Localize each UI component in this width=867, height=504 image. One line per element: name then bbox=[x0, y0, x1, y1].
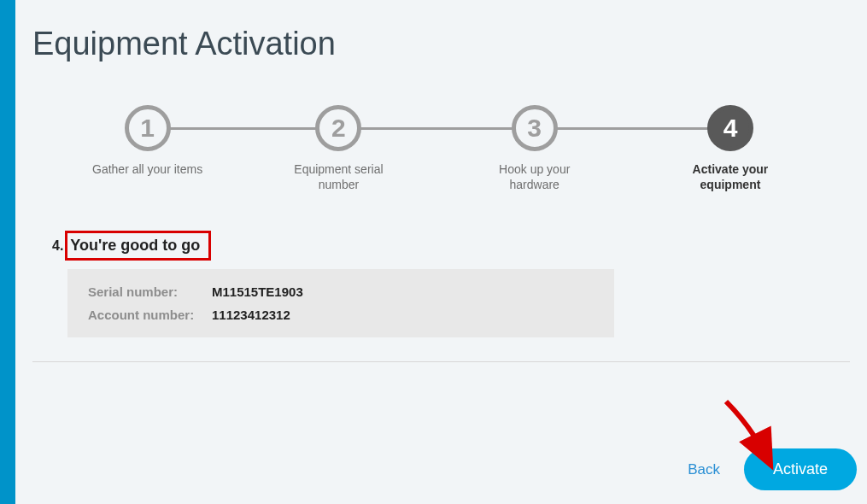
accent-bar bbox=[0, 0, 15, 504]
summary-box: Serial number: M11515TE1903 Account numb… bbox=[67, 269, 614, 337]
activate-button[interactable]: Activate bbox=[744, 448, 857, 490]
serial-value: M11515TE1903 bbox=[212, 284, 303, 299]
serial-row: Serial number: M11515TE1903 bbox=[88, 284, 594, 299]
step-4-label: Activate your equipment bbox=[671, 161, 790, 192]
step-4: 4 Activate your equipment bbox=[671, 105, 790, 192]
step-1-circle: 1 bbox=[125, 105, 171, 151]
back-link[interactable]: Back bbox=[688, 461, 720, 478]
step-indicator: 1 Gather all your items 2 Equipment seri… bbox=[32, 105, 850, 192]
account-value: 11123412312 bbox=[212, 308, 290, 322]
step-1-label: Gather all your items bbox=[92, 161, 202, 177]
stepper-connector bbox=[135, 127, 747, 130]
step-2-circle: 2 bbox=[315, 105, 361, 151]
page-title: Equipment Activation bbox=[32, 26, 850, 62]
step-3: 3 Hook up your hardware bbox=[475, 105, 595, 192]
divider bbox=[32, 361, 850, 362]
step-2-label: Equipment serial number bbox=[278, 161, 398, 192]
page-container: Equipment Activation 1 Gather all your i… bbox=[15, 0, 867, 504]
serial-label: Serial number: bbox=[88, 284, 212, 299]
step-1: 1 Gather all your items bbox=[92, 105, 202, 177]
step-4-circle: 4 bbox=[707, 105, 753, 151]
footer-actions: Back Activate bbox=[688, 448, 857, 490]
section-heading-row: 4. You're good to go bbox=[52, 231, 850, 261]
section-heading: You're good to go bbox=[65, 231, 211, 261]
section-number: 4. bbox=[52, 238, 63, 254]
account-label: Account number: bbox=[88, 308, 212, 322]
step-3-label: Hook up your hardware bbox=[475, 161, 595, 192]
account-row: Account number: 11123412312 bbox=[88, 308, 594, 322]
step-3-circle: 3 bbox=[512, 105, 558, 151]
step-2: 2 Equipment serial number bbox=[278, 105, 398, 192]
